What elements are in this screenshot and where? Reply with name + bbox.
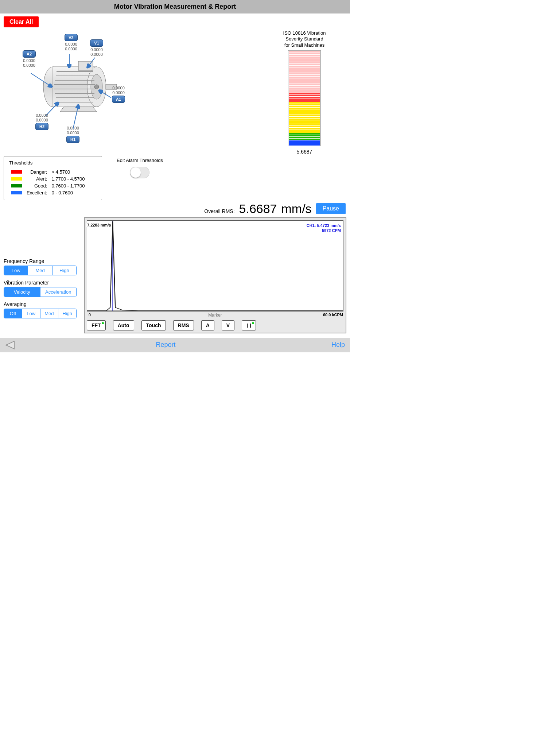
avg-off[interactable]: Off	[4, 309, 22, 318]
clear-all-button[interactable]: Clear All	[4, 16, 39, 27]
rms-unit: mm/s	[281, 202, 312, 216]
fft-chart[interactable]: 7.2283 mm/s CH1: 5.4723 mm/s5972 CPM 0 M…	[87, 220, 343, 311]
thresholds-panel: Thresholds Danger: > 4.5700 Alert: 1.770…	[4, 156, 102, 200]
tag-h2-button[interactable]: H2	[35, 123, 48, 130]
tag-v1-button[interactable]: V1	[90, 39, 103, 47]
svg-line-15	[31, 73, 52, 87]
freq-range-segmented: Low Med High	[4, 266, 77, 275]
chart-pause-button[interactable]: ❙❙	[242, 320, 256, 330]
rms-value: 5.6687	[239, 202, 277, 216]
vib-param-segmented: Velocity Acceleration	[4, 287, 77, 297]
chart-a-button[interactable]: A	[201, 320, 214, 330]
report-link[interactable]: Report	[156, 341, 175, 349]
freq-med[interactable]: Med	[28, 266, 52, 275]
avg-low[interactable]: Low	[22, 309, 40, 318]
averaging-label: Averaging	[4, 301, 77, 307]
motor-diagram: V2 0.00000.0000 V1 0.00000.0000 A2 0.000…	[4, 34, 149, 147]
freq-low[interactable]: Low	[4, 266, 28, 275]
threshold-swatch-excellent	[11, 191, 22, 194]
avg-med[interactable]: Med	[40, 309, 59, 318]
threshold-swatch-alert	[11, 177, 22, 181]
chart-v-button[interactable]: V	[222, 320, 234, 330]
iso-severity-bar: ISO 10816 Vibration Severity Standard fo…	[262, 30, 346, 155]
back-button[interactable]	[5, 341, 15, 349]
tag-h1-button[interactable]: H1	[66, 136, 79, 143]
avg-high[interactable]: High	[58, 309, 76, 318]
title-bar: Motor Vibration Measurement & Report	[0, 0, 350, 13]
tag-v2-button[interactable]: V2	[65, 34, 77, 41]
tag-a1-button[interactable]: A1	[112, 96, 125, 103]
param-velocity[interactable]: Velocity	[4, 287, 40, 297]
param-acceleration[interactable]: Acceleration	[40, 287, 77, 297]
svg-line-17	[88, 58, 95, 67]
vib-param-label: Vibration Parameter	[4, 280, 77, 286]
chart-auto-button[interactable]: Auto	[113, 320, 134, 330]
fft-chart-panel: 7.2283 mm/s CH1: 5.4723 mm/s5972 CPM 0 M…	[84, 217, 346, 333]
freq-range-label: Frequency Range	[4, 258, 77, 264]
iso-value: 5.6687	[262, 149, 346, 155]
threshold-swatch-danger	[11, 170, 22, 174]
averaging-segmented: Off Low Med High	[4, 309, 77, 318]
help-link[interactable]: Help	[331, 341, 345, 349]
rms-label: Overall RMS:	[204, 208, 234, 214]
chart-fft-button[interactable]: FFT	[87, 320, 106, 330]
edit-alarm-toggle[interactable]	[130, 167, 149, 178]
chart-rms-button[interactable]: RMS	[173, 320, 194, 330]
tag-a2-button[interactable]: A2	[23, 50, 36, 58]
threshold-swatch-good	[11, 184, 22, 187]
chart-touch-button[interactable]: Touch	[141, 320, 166, 330]
freq-high[interactable]: High	[52, 266, 76, 275]
edit-alarm-label: Edit Alarm Thresholds	[117, 158, 163, 163]
pause-button[interactable]: Pause	[316, 203, 346, 214]
